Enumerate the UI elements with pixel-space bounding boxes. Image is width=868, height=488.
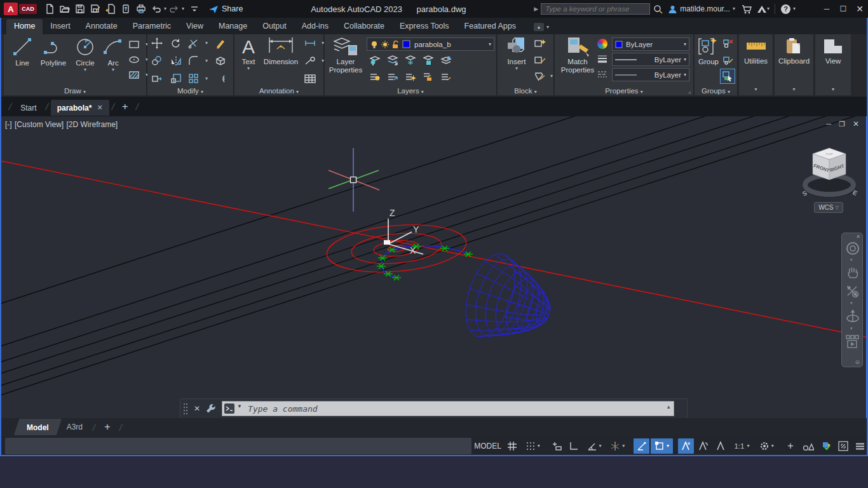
command-input[interactable] (222, 401, 674, 416)
layer-freeze-button[interactable] (403, 54, 417, 67)
explode-tool-button[interactable] (214, 55, 227, 67)
file-tab-start[interactable]: Start (14, 100, 43, 116)
open-file-button[interactable] (57, 2, 72, 16)
layer-previous-button[interactable] (386, 70, 400, 83)
point-markers[interactable] (377, 244, 473, 280)
viewport-visual-style-control[interactable]: [2D Wireframe] (67, 120, 118, 129)
app-logo[interactable]: A CAD (4, 3, 37, 15)
array-dropdown-caret[interactable]: ▾ (200, 72, 214, 85)
redo-button[interactable] (166, 2, 182, 16)
command-recent-caret[interactable]: ▼ (237, 403, 242, 409)
tab-express-tools[interactable]: Express Tools (392, 19, 457, 34)
lineweight-icon[interactable] (595, 53, 609, 65)
group-edit-button[interactable] (721, 53, 735, 66)
tab-featured-apps[interactable]: Featured Apps (457, 19, 524, 34)
linear-dimension-button[interactable] (303, 37, 317, 50)
offset-tool-button[interactable] (214, 72, 227, 85)
fullscreen-button[interactable] (836, 438, 851, 454)
properties-panel-launcher[interactable]: ⌟ (688, 88, 691, 94)
mirror-tool-button[interactable] (169, 55, 183, 67)
model-space-toggle[interactable]: MODEL (472, 438, 503, 454)
isometric-drafting-toggle[interactable]: ▾ (606, 438, 628, 454)
layer-lock-button[interactable] (421, 54, 435, 67)
layer-color-swatch[interactable] (402, 40, 410, 48)
layer-off-button[interactable] (368, 54, 382, 67)
command-bar-grip[interactable] (182, 402, 189, 415)
layout-tab-a3rd[interactable]: A3rd (59, 420, 90, 434)
copy-tool-button[interactable] (150, 55, 164, 67)
group-button[interactable]: Group (696, 36, 721, 66)
workspace-switching-button[interactable]: ▾ (756, 438, 778, 454)
help-search-input[interactable] (541, 3, 650, 15)
layout-tab-model[interactable]: Model (17, 419, 59, 435)
tab-view[interactable]: View (179, 19, 211, 34)
tab-home[interactable]: Home (6, 19, 43, 34)
polar-tracking-toggle[interactable]: ▾ (583, 438, 606, 454)
layer-unlock-icon[interactable] (391, 40, 400, 49)
dr-restore-icon[interactable]: ❐ (839, 120, 845, 128)
wheel-dropdown-caret[interactable]: ▾ (850, 257, 853, 262)
layer-on-all-button[interactable] (368, 70, 382, 83)
modify-panel-label[interactable]: Modify ▾ (147, 87, 233, 95)
fillet-dropdown-caret[interactable]: ▾ (200, 55, 214, 67)
navigation-wheel-button[interactable] (845, 241, 860, 259)
trim-tool-button[interactable] (187, 37, 201, 50)
groups-panel-label[interactable]: Groups ▾ (695, 87, 737, 95)
help-button[interactable]: ? ▾ (780, 4, 796, 15)
pan-button[interactable] (846, 265, 860, 283)
isolate-objects-button[interactable] (799, 438, 817, 454)
properties-panel-label[interactable]: Properties ▾ ⌟ (555, 87, 693, 95)
redo-dropdown-caret[interactable]: ▾ (182, 6, 184, 11)
ortho-toggle[interactable] (566, 438, 582, 454)
annotation-panel-label[interactable]: Annotation ▾ (234, 87, 323, 95)
viewport-view-control[interactable]: [Custom View] (15, 120, 64, 129)
wcs-dropdown[interactable]: WCS▽ (814, 202, 843, 213)
fillet-tool-button[interactable] (187, 55, 201, 67)
new-file-tab-button[interactable]: + (122, 100, 128, 113)
dimension-tool-button[interactable]: Dimension (261, 36, 301, 66)
hatch-tool-button[interactable] (127, 69, 141, 81)
tab-insert[interactable]: Insert (43, 19, 78, 34)
save-button[interactable] (72, 2, 88, 16)
make-current-layer-button[interactable] (439, 54, 453, 67)
navbar-close-icon[interactable]: ✕ (856, 234, 860, 240)
customize-qat-button[interactable] (187, 2, 202, 16)
object-color-dropdown[interactable]: ByLayer ▾ (612, 37, 689, 51)
layer-dropdown-caret[interactable]: ▾ (489, 41, 491, 47)
search-expand-icon[interactable]: ▶ (534, 6, 538, 12)
command-customize-wrench-icon[interactable] (205, 403, 217, 414)
drawing-area[interactable]: Z Y X [-] [Custom View] [2D Wireframe] ─… (0, 116, 868, 418)
plot-button[interactable] (133, 2, 149, 16)
arc-dropdown-caret[interactable]: ▾ (112, 67, 114, 72)
layer-dropdown[interactable]: parabola_b ▾ (367, 37, 494, 51)
array-tool-button[interactable] (187, 72, 201, 85)
annotation-scale-value[interactable]: 1:1▾ (729, 438, 754, 454)
panel-clipboard[interactable]: Clipboard ▾ (775, 34, 814, 95)
export-button[interactable] (103, 2, 118, 16)
zoom-button[interactable] (845, 284, 860, 302)
construction-lines[interactable] (0, 116, 868, 395)
command-close-icon[interactable]: ✕ (194, 404, 200, 413)
ribbon-collapse-button[interactable]: ▴▾ (534, 23, 549, 31)
panel-utilities[interactable]: Utilities ▾ (739, 34, 773, 95)
layer-thaw-sun-icon[interactable] (381, 40, 390, 49)
maximize-window-button[interactable]: ☐ (835, 2, 851, 16)
group-selection-toggle[interactable] (720, 69, 735, 84)
scale-tool-button[interactable] (169, 72, 183, 85)
thaw-all-layers-button[interactable] (403, 70, 417, 83)
customization-menu-button[interactable] (853, 438, 867, 454)
showmotion-button[interactable] (845, 334, 860, 353)
linetype-icon[interactable] (595, 68, 609, 81)
dr-minimize-icon[interactable]: ─ (826, 120, 831, 128)
zoom-dropdown-caret[interactable]: ▾ (850, 301, 853, 306)
graphics-performance-button[interactable] (818, 438, 834, 454)
dynamic-input-toggle[interactable] (548, 438, 564, 454)
close-file-tab-icon[interactable]: ✕ (97, 104, 102, 112)
change-to-current-layer-button[interactable] (439, 70, 453, 83)
tab-manage[interactable]: Manage (211, 19, 255, 34)
layers-panel-label[interactable]: Layers ▾ (325, 87, 496, 95)
polyline-tool-button[interactable]: Polyline (37, 36, 70, 67)
new-layout-button[interactable]: + (104, 421, 110, 433)
insert-block-button[interactable]: Insert ▾ (501, 36, 532, 71)
paraboloid-mesh[interactable] (466, 254, 550, 337)
